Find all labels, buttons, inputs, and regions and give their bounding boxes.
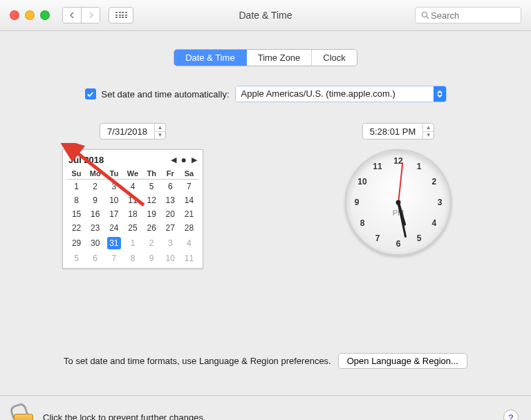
clock-number: 1 bbox=[412, 162, 426, 171]
calendar-day[interactable]: 24 bbox=[104, 221, 123, 235]
svg-line-1 bbox=[427, 17, 429, 19]
calendar-day[interactable]: 15 bbox=[67, 207, 86, 221]
time-value: 5:28:01 PM bbox=[363, 126, 423, 137]
calendar-weekday: Sa bbox=[180, 168, 198, 180]
lock-icon[interactable] bbox=[12, 405, 33, 420]
calendar-day[interactable]: 11 bbox=[123, 193, 142, 207]
calendar-day[interactable]: 3 bbox=[161, 235, 180, 251]
analog-clock: PM 123456789101112 bbox=[345, 149, 451, 256]
calendar-day[interactable]: 7 bbox=[180, 180, 198, 194]
calendar-day[interactable]: 17 bbox=[104, 207, 123, 221]
calendar-day[interactable]: 3 bbox=[104, 180, 123, 194]
calendar-day[interactable]: 10 bbox=[104, 193, 123, 207]
calendar-day[interactable]: 14 bbox=[180, 193, 198, 207]
calendar-day[interactable]: 2 bbox=[86, 180, 104, 194]
auto-time-checkbox[interactable] bbox=[85, 88, 96, 99]
calendar-day[interactable]: 28 bbox=[180, 221, 198, 235]
calendar-nav: ◀ ● ▶ bbox=[171, 154, 197, 165]
calendar-day[interactable]: 6 bbox=[161, 180, 180, 194]
clock-number: 2 bbox=[427, 177, 441, 187]
chevron-updown-icon bbox=[434, 86, 446, 102]
calendar-day[interactable]: 19 bbox=[142, 207, 161, 221]
minute-hand bbox=[398, 202, 407, 238]
calendar-day[interactable]: 18 bbox=[123, 207, 142, 221]
format-hint-row: To set date and time formats, use Langua… bbox=[0, 353, 531, 369]
calendar-weekday: We bbox=[123, 168, 142, 180]
calendar-day[interactable]: 12 bbox=[142, 193, 161, 207]
calendar-day[interactable]: 11 bbox=[180, 251, 198, 265]
calendar-weekday: Mo bbox=[86, 168, 104, 180]
calendar-day[interactable]: 6 bbox=[86, 251, 104, 265]
clock-number: 5 bbox=[412, 233, 426, 243]
calendar-day[interactable]: 22 bbox=[67, 221, 86, 235]
date-step-buttons[interactable]: ▲▼ bbox=[154, 124, 165, 139]
time-server-combo[interactable]: Apple Americas/U.S. (time.apple.com.) bbox=[235, 86, 447, 102]
title-bar: Date & Time bbox=[0, 0, 531, 31]
calendar-day[interactable]: 21 bbox=[180, 207, 198, 221]
calendar-day[interactable]: 16 bbox=[86, 207, 104, 221]
clock-number: 3 bbox=[433, 198, 447, 207]
date-column: 7/31/2018 ▲▼ Jul 2018 ◀ ● ▶ SuMoTuWeThFr… bbox=[0, 123, 266, 269]
calendar-day[interactable]: 26 bbox=[142, 221, 161, 235]
time-column: 5:28:01 PM ▲▼ PM 123456789101112 bbox=[266, 123, 531, 269]
tab-date-time[interactable]: Date & Time bbox=[174, 50, 247, 66]
calendar-day[interactable]: 9 bbox=[86, 193, 104, 207]
calendar-day[interactable]: 2 bbox=[142, 235, 161, 251]
auto-time-row: Set date and time automatically: Apple A… bbox=[0, 86, 531, 102]
calendar-day[interactable]: 8 bbox=[123, 251, 142, 265]
calendar-day[interactable]: 13 bbox=[161, 193, 180, 207]
time-step-buttons[interactable]: ▲▼ bbox=[422, 124, 434, 139]
calendar-weekday: Su bbox=[67, 168, 86, 180]
tab-bar: Date & TimeTime ZoneClock bbox=[174, 49, 357, 66]
calendar-day[interactable]: 29 bbox=[67, 235, 86, 251]
calendar-day[interactable]: 1 bbox=[67, 180, 86, 194]
tab-time-zone[interactable]: Time Zone bbox=[247, 50, 313, 66]
tab-clock[interactable]: Clock bbox=[312, 50, 357, 66]
date-value: 7/31/2018 bbox=[100, 126, 154, 137]
clock-number: 8 bbox=[355, 218, 369, 228]
time-stepper[interactable]: 5:28:01 PM ▲▼ bbox=[362, 123, 435, 140]
clock-number: 11 bbox=[371, 162, 384, 171]
calendar-day[interactable]: 4 bbox=[180, 235, 198, 251]
nav-buttons bbox=[62, 7, 100, 23]
calendar-next-icon[interactable]: ▶ bbox=[192, 155, 197, 164]
calendar-day[interactable]: 1 bbox=[123, 235, 142, 251]
content-area: Date & TimeTime ZoneClock Set date and t… bbox=[0, 49, 531, 420]
clock-number: 7 bbox=[371, 233, 384, 243]
calendar-today-icon[interactable]: ● bbox=[181, 154, 187, 165]
svg-point-0 bbox=[422, 12, 427, 17]
calendar-day[interactable]: 4 bbox=[123, 180, 142, 194]
calendar-day[interactable]: 23 bbox=[86, 221, 104, 235]
help-button[interactable]: ? bbox=[503, 410, 519, 420]
open-language-region-button[interactable]: Open Language & Region... bbox=[338, 353, 467, 369]
back-button[interactable] bbox=[63, 8, 81, 23]
close-window-button[interactable] bbox=[10, 10, 19, 20]
clock-number: 9 bbox=[350, 198, 364, 207]
search-input[interactable] bbox=[429, 10, 515, 21]
calendar-day[interactable]: 27 bbox=[161, 221, 180, 235]
clock-number: 6 bbox=[391, 239, 405, 249]
minimize-window-button[interactable] bbox=[25, 10, 35, 20]
forward-button[interactable] bbox=[81, 8, 100, 23]
second-hand bbox=[398, 162, 403, 202]
calendar-day[interactable]: 5 bbox=[142, 180, 161, 194]
calendar-day[interactable]: 25 bbox=[123, 221, 142, 235]
zoom-window-button[interactable] bbox=[40, 10, 50, 20]
calendar-day[interactable]: 8 bbox=[67, 193, 86, 207]
traffic-lights bbox=[10, 10, 50, 20]
calendar-day[interactable]: 9 bbox=[142, 251, 161, 265]
auto-time-label: Set date and time automatically: bbox=[102, 89, 230, 99]
search-field[interactable] bbox=[415, 7, 521, 23]
calendar-day[interactable]: 10 bbox=[161, 251, 180, 265]
calendar-prev-icon[interactable]: ◀ bbox=[171, 155, 176, 164]
calendar-day[interactable]: 31 bbox=[104, 235, 123, 251]
date-stepper[interactable]: 7/31/2018 ▲▼ bbox=[100, 123, 166, 140]
calendar-day[interactable]: 5 bbox=[67, 251, 86, 265]
calendar[interactable]: Jul 2018 ◀ ● ▶ SuMoTuWeThFrSa12345678910… bbox=[62, 149, 203, 269]
search-icon bbox=[421, 11, 429, 19]
calendar-weekday: Fr bbox=[161, 168, 180, 180]
calendar-day[interactable]: 20 bbox=[161, 207, 180, 221]
show-all-button[interactable] bbox=[109, 7, 133, 23]
calendar-day[interactable]: 30 bbox=[86, 235, 104, 251]
calendar-day[interactable]: 7 bbox=[104, 251, 123, 265]
